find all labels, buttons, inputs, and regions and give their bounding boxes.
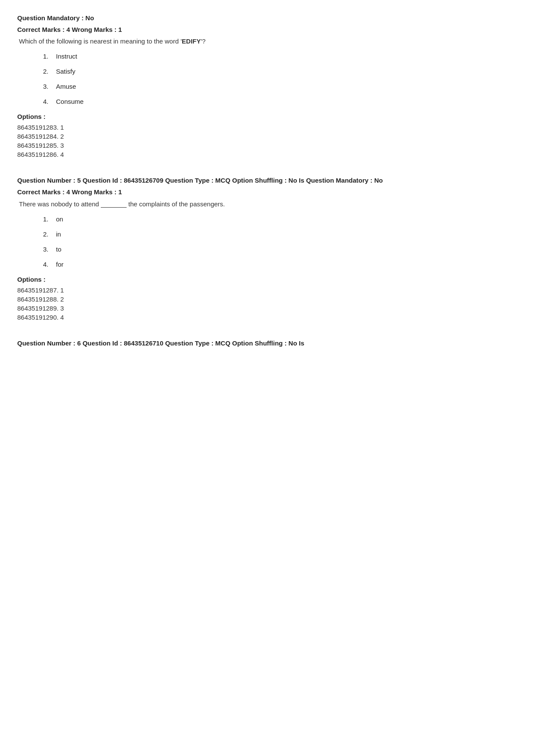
- options-list-4: 1. Instruct 2. Satisfy 3. Amuse 4. Consu…: [43, 53, 517, 105]
- question-mandatory-4: Question Mandatory : No: [17, 13, 517, 23]
- option-number: 3.: [43, 246, 56, 253]
- list-item: 1. on: [43, 215, 517, 223]
- question-block-6: Question Number : 6 Question Id : 864351…: [17, 338, 517, 348]
- option-text: to: [56, 246, 62, 253]
- option-text: Satisfy: [56, 68, 75, 75]
- question-text-before-4: Which of the following is nearest in mea…: [19, 37, 182, 45]
- options-label-5: Options :: [17, 276, 517, 283]
- marks-line-5: Correct Marks : 4 Wrong Marks : 1: [17, 188, 517, 196]
- option-id-5-4: 86435191290. 4: [17, 314, 517, 321]
- option-id-4-3: 86435191285. 3: [17, 142, 517, 149]
- options-label-4: Options :: [17, 113, 517, 120]
- list-item: 4. for: [43, 261, 517, 268]
- option-text: Consume: [56, 98, 84, 105]
- option-number: 4.: [43, 98, 56, 105]
- options-list-5: 1. on 2. in 3. to 4. for: [43, 215, 517, 268]
- list-item: 2. in: [43, 230, 517, 238]
- question-text-before-5: There was nobody to attend: [19, 200, 99, 208]
- option-text: for: [56, 261, 64, 268]
- option-number: 3.: [43, 83, 56, 90]
- option-text: on: [56, 215, 63, 223]
- option-id-4-1: 86435191283. 1: [17, 124, 517, 131]
- list-item: 3. to: [43, 246, 517, 253]
- marks-line-4: Correct Marks : 4 Wrong Marks : 1: [17, 26, 517, 33]
- list-item: 4. Consume: [43, 98, 517, 105]
- blank-space: [101, 200, 127, 208]
- question-text-5: There was nobody to attend the complaint…: [17, 200, 517, 208]
- question-block-5: Question Number : 5 Question Id : 864351…: [17, 175, 517, 321]
- option-id-4-4: 86435191286. 4: [17, 151, 517, 158]
- option-number: 2.: [43, 68, 56, 75]
- question-keyword-4: EDIFY: [182, 37, 201, 45]
- option-number: 2.: [43, 230, 56, 238]
- question-block-4: Question Mandatory : No Correct Marks : …: [17, 13, 517, 158]
- option-text: Instruct: [56, 53, 77, 60]
- option-id-5-1: 86435191287. 1: [17, 286, 517, 294]
- option-text: in: [56, 230, 61, 238]
- question-meta-5: Question Number : 5 Question Id : 864351…: [17, 175, 517, 186]
- list-item: 3. Amuse: [43, 83, 517, 90]
- list-item: 1. Instruct: [43, 53, 517, 60]
- list-item: 2. Satisfy: [43, 68, 517, 75]
- question-text-after-5: the complaints of the passengers.: [128, 200, 225, 208]
- option-id-5-2: 86435191288. 2: [17, 296, 517, 303]
- option-text: Amuse: [56, 83, 76, 90]
- option-number: 4.: [43, 261, 56, 268]
- option-number: 1.: [43, 53, 56, 60]
- option-number: 1.: [43, 215, 56, 223]
- question-text-after-4: '?: [201, 37, 205, 45]
- question-text-4: Which of the following is nearest in mea…: [17, 37, 517, 45]
- option-id-4-2: 86435191284. 2: [17, 133, 517, 140]
- question-meta-6: Question Number : 6 Question Id : 864351…: [17, 338, 517, 348]
- option-id-5-3: 86435191289. 3: [17, 305, 517, 312]
